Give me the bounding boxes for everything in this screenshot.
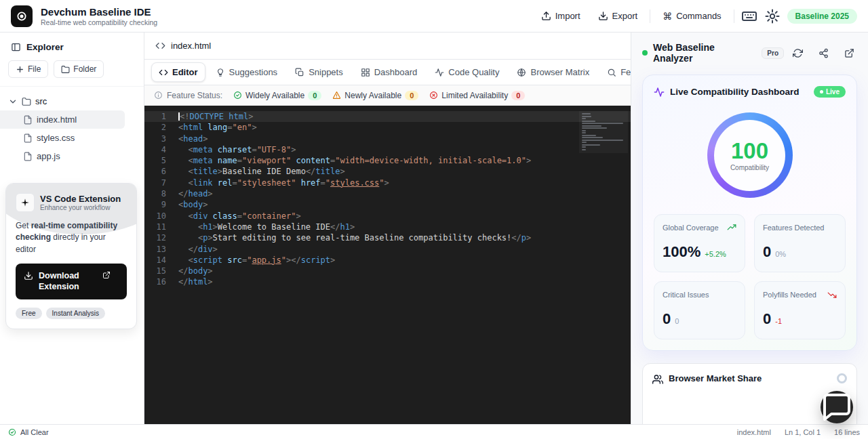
code-editor[interactable]: 1<!DOCTYPE html>2<html lang="en">3<head>… xyxy=(144,106,631,424)
code-line-1[interactable]: 1<!DOCTYPE html> xyxy=(144,111,631,122)
settings-button[interactable] xyxy=(764,8,781,24)
code-line-13[interactable]: 13 </div> xyxy=(144,244,631,255)
feature-status-count: 0 xyxy=(511,91,525,100)
code-text: <script src="app.js"></script> xyxy=(178,255,335,266)
stat-value: 100% xyxy=(663,243,701,261)
import-button[interactable]: Import xyxy=(536,7,586,25)
code-icon xyxy=(159,68,168,77)
tab-label: Editor xyxy=(172,67,198,77)
keyboard-icon xyxy=(741,8,757,24)
keyboard-shortcuts-button[interactable] xyxy=(741,8,757,24)
main-area: Explorer File Folder xyxy=(0,33,868,424)
file-tab-bar: index.html xyxy=(144,33,631,60)
new-folder-button[interactable]: Folder xyxy=(54,60,104,78)
external-link-icon xyxy=(102,271,111,279)
compatibility-gauge: 100 Compatibility xyxy=(654,112,846,198)
open-file-name[interactable]: index.html xyxy=(171,41,211,51)
code-line-15[interactable]: 15</body> xyxy=(144,266,631,276)
code-line-6[interactable]: 6 <title>Baseline IDE Demo</title> xyxy=(144,166,631,177)
file-item-styles.css[interactable]: styles.css xyxy=(0,129,125,147)
line-number: 1 xyxy=(144,111,178,122)
share-icon xyxy=(818,48,829,58)
warning-triangle-icon xyxy=(332,91,341,100)
desc-prefix: Get xyxy=(16,221,31,230)
dashboard-header: Live Compatibility Dashboard Live xyxy=(654,86,846,98)
stat-label-row: Critical Issues xyxy=(663,290,736,299)
commands-button[interactable]: ⌘ Commands xyxy=(657,7,726,25)
check-circle-icon xyxy=(8,428,16,436)
feature-status-label: Feature Status: xyxy=(167,91,222,100)
new-file-label: File xyxy=(28,64,41,74)
stat-label: Polyfills Needed xyxy=(763,290,816,299)
stat-card-features-detected: Features Detected00% xyxy=(754,214,846,272)
online-status-dot xyxy=(642,50,648,56)
refresh-button[interactable] xyxy=(789,45,806,61)
new-file-button[interactable]: File xyxy=(8,60,48,78)
feature-status-items: Widely Available0Newly Available0Limited… xyxy=(233,91,525,100)
stat-card-global-coverage: Global Coverage100%+5.2% xyxy=(654,214,745,272)
tab-label: Snippets xyxy=(309,67,343,77)
tab-code-quality[interactable]: Code Quality xyxy=(427,62,507,82)
file-item-app.js[interactable]: app.js xyxy=(0,147,125,165)
tab-label: Dashboard xyxy=(374,67,418,77)
chat-fab-button[interactable] xyxy=(821,391,853,423)
tab-snippets[interactable]: Snippets xyxy=(288,62,351,82)
code-line-8[interactable]: 8</head> xyxy=(144,188,631,199)
file-item-index.html[interactable]: index.html xyxy=(0,110,125,129)
code-line-5[interactable]: 5 <meta name="viewport" content="width=d… xyxy=(144,155,631,166)
folder-icon xyxy=(61,65,70,74)
snippets-icon xyxy=(295,68,304,77)
trending-down-icon xyxy=(827,290,837,299)
line-number: 13 xyxy=(144,244,178,255)
code-line-11[interactable]: 11 <h1>Welcome to Baseline IDE</h1> xyxy=(144,222,631,232)
activity-icon xyxy=(654,87,665,98)
analyzer-panel: Web Baseline Analyzer Pro xyxy=(631,33,868,424)
status-right: index.html Ln 1, Col 1 16 lines xyxy=(737,428,860,436)
feature-status-bar: Feature Status: Widely Available0Newly A… xyxy=(144,85,631,106)
stat-value-row: 00 xyxy=(663,310,736,328)
code-text: <p>Start editing to see real-time Baseli… xyxy=(178,232,531,243)
tab-browser-matrix[interactable]: Browser Matrix xyxy=(509,62,597,82)
code-line-3[interactable]: 3<head> xyxy=(144,133,631,144)
file-list: index.htmlstyles.cssapp.js xyxy=(0,110,144,165)
feature-status-label: Limited Availability xyxy=(441,91,508,100)
stat-value-row: 00% xyxy=(763,243,837,261)
line-number: 4 xyxy=(144,144,178,155)
file-icon xyxy=(23,152,33,161)
external-link-icon xyxy=(844,48,854,58)
download-extension-button[interactable]: Download Extension xyxy=(16,264,127,299)
stat-label-row: Polyfills Needed xyxy=(763,290,837,299)
pro-badge: Pro xyxy=(762,47,784,59)
extension-badge: Free xyxy=(16,308,42,319)
folder-item-src[interactable]: src xyxy=(0,92,144,110)
line-number: 6 xyxy=(144,166,178,177)
tab-suggestions[interactable]: Suggestions xyxy=(208,62,285,82)
code-line-7[interactable]: 7 <link rel="stylesheet" href="styles.cs… xyxy=(144,177,631,188)
tab-editor[interactable]: Editor xyxy=(151,62,205,82)
code-line-2[interactable]: 2<html lang="en"> xyxy=(144,122,631,133)
line-number: 11 xyxy=(144,222,178,232)
code-text: <meta charset="UTF-8"> xyxy=(178,144,296,155)
code-line-12[interactable]: 12 <p>Start editing to see real-time Bas… xyxy=(144,232,631,243)
line-number: 8 xyxy=(144,188,178,199)
code-line-9[interactable]: 9<body> xyxy=(144,199,631,210)
export-icon xyxy=(598,11,608,21)
stat-value-row: 100%+5.2% xyxy=(663,243,736,261)
code-line-16[interactable]: 16</html> xyxy=(144,276,631,287)
open-external-button[interactable] xyxy=(841,45,857,61)
code-line-10[interactable]: 10 <div class="container"> xyxy=(144,211,631,222)
info-icon xyxy=(154,91,163,100)
line-count: 16 lines xyxy=(834,428,860,436)
extension-card: VS Code Extension Enhance your workflow … xyxy=(5,183,137,329)
download-extension-label: Download Extension xyxy=(39,270,97,293)
editor-minimap[interactable] xyxy=(579,111,628,153)
commands-label: Commands xyxy=(676,11,721,21)
share-button[interactable] xyxy=(815,45,831,61)
tab-dashboard[interactable]: Dashboard xyxy=(353,62,425,82)
code-line-14[interactable]: 14 <script src="app.js"></script> xyxy=(144,255,631,266)
stat-value: 0 xyxy=(763,310,771,328)
code-line-4[interactable]: 4 <meta charset="UTF-8"> xyxy=(144,144,631,155)
code-text: <link rel="stylesheet" href="styles.css"… xyxy=(178,177,389,188)
export-button[interactable]: Export xyxy=(593,7,644,25)
status-file-name: index.html xyxy=(737,428,771,436)
